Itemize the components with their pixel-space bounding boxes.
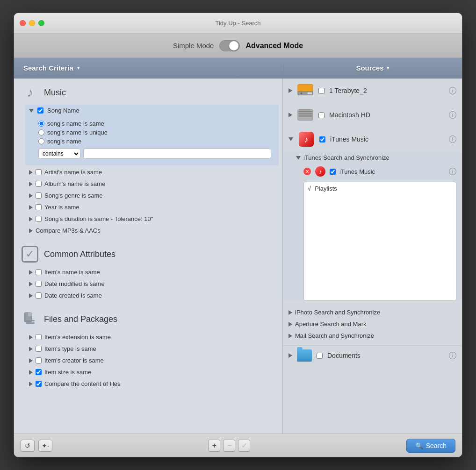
macintosh-icon — [297, 107, 314, 123]
terabyte-name: 1 Terabyte_2 — [329, 87, 444, 94]
documents-checkbox[interactable] — [317, 353, 323, 359]
content-label: Compare the content of files — [44, 380, 121, 387]
undo-button[interactable]: ↺ — [21, 440, 35, 452]
source-terabyte: 1 Terabyte_2 i — [283, 78, 462, 103]
year-checkbox[interactable] — [36, 204, 42, 210]
size-checkbox[interactable] — [36, 369, 42, 375]
itunes-name: iTunes Music — [330, 135, 444, 143]
documents-info-btn[interactable]: i — [449, 352, 456, 359]
mode-toggle[interactable] — [219, 40, 240, 51]
extension-chevron[interactable] — [29, 335, 33, 340]
minimize-button[interactable] — [29, 20, 35, 26]
documents-chevron[interactable] — [288, 353, 292, 358]
genre-label: Song's genre is same — [44, 192, 103, 199]
content-checkbox[interactable] — [36, 381, 42, 387]
song-name-checkbox[interactable] — [37, 107, 43, 114]
documents-icon — [297, 349, 312, 362]
macintosh-info-btn[interactable]: i — [449, 111, 456, 119]
terabyte-info-btn[interactable]: i — [449, 87, 456, 94]
mail-chevron[interactable] — [288, 334, 292, 338]
date-created-chevron[interactable] — [29, 293, 33, 298]
artists-chevron[interactable] — [29, 170, 33, 175]
macintosh-name: Macintosh HD — [329, 111, 444, 119]
content-chevron[interactable] — [29, 382, 33, 386]
svg-rect-9 — [299, 111, 312, 112]
mail-sync-row: Mail Search and Synchronize — [283, 330, 462, 342]
toolbar-left: ↺ ✦· — [21, 440, 52, 452]
itunes-music-sub-info-btn[interactable]: i — [449, 168, 456, 175]
itunes-music-sub-checkbox[interactable] — [330, 169, 336, 175]
search-button[interactable]: 🔍 Search — [406, 439, 455, 453]
song-name-chevron[interactable] — [29, 109, 34, 113]
macintosh-chevron[interactable] — [288, 113, 292, 117]
filter-text-input[interactable] — [83, 149, 271, 159]
duration-chevron[interactable] — [29, 217, 33, 221]
radio-unique-input[interactable] — [38, 129, 44, 135]
itunes-checkbox[interactable] — [319, 136, 325, 142]
svg-text:♪: ♪ — [319, 169, 322, 175]
header-bar: Search Criteria ▾ Sources ▾ — [14, 58, 462, 78]
genre-chevron[interactable] — [29, 193, 33, 198]
check-button[interactable]: ✓ — [238, 440, 250, 452]
aperture-sync-row: Aperture Search and Mark — [283, 318, 462, 330]
genre-checkbox[interactable] — [36, 192, 42, 199]
itunes-source-icon: ♪ — [298, 131, 315, 148]
date-modified-chevron[interactable] — [29, 282, 33, 286]
items-name-chevron[interactable] — [29, 270, 33, 275]
compare-mp3-chevron[interactable] — [29, 228, 33, 233]
albums-name-checkbox[interactable] — [36, 181, 42, 187]
remove-icon: − — [227, 442, 231, 450]
terabyte-icon — [297, 82, 314, 99]
radio-same-input[interactable] — [38, 121, 44, 127]
simple-mode-label: Simple Mode — [173, 42, 214, 50]
date-created-checkbox[interactable] — [36, 292, 42, 299]
playlists-box: √ Playlists — [303, 182, 456, 301]
type-chevron[interactable] — [29, 347, 33, 351]
type-checkbox[interactable] — [36, 346, 42, 352]
size-chevron[interactable] — [29, 370, 33, 375]
source-itunes-group: ♪ iTunes Music i iTunes Search and Synch… — [283, 127, 462, 343]
contains-select[interactable]: contains starts with ends with is — [38, 149, 80, 159]
remove-itunes-btn[interactable]: × — [303, 168, 311, 175]
add-button[interactable]: + — [208, 440, 220, 452]
date-created-label: Date created is same — [44, 292, 102, 299]
radio-name-label: song's name — [47, 138, 81, 145]
size-label: Item size is same — [44, 369, 91, 376]
remove-button[interactable]: − — [223, 440, 235, 452]
radio-unique: song's name is unique — [38, 128, 271, 137]
settings-button[interactable]: ✦· — [38, 440, 52, 452]
terabyte-chevron[interactable] — [288, 88, 292, 93]
extension-checkbox[interactable] — [36, 334, 42, 340]
type-label: Item's type is same — [44, 345, 96, 352]
radio-same: song's name is same — [38, 119, 271, 128]
sources-header: Sources — [356, 64, 383, 72]
close-button[interactable] — [20, 20, 26, 26]
date-created-row: Date created is same — [14, 290, 282, 301]
itunes-sync-header: iTunes Search and Synchronize — [290, 151, 462, 163]
creator-chevron[interactable] — [29, 358, 33, 363]
aperture-chevron[interactable] — [288, 322, 292, 327]
duration-checkbox[interactable] — [36, 216, 42, 222]
items-name-checkbox[interactable] — [36, 269, 42, 275]
mail-sync-label: Mail Search and Synchronize — [295, 332, 374, 339]
creator-checkbox[interactable] — [36, 357, 42, 363]
files-section-header: Files and Packages — [14, 305, 282, 331]
source-documents: Documents i — [283, 345, 462, 365]
items-name-label: Item's name is same — [44, 269, 100, 276]
search-criteria-chevron[interactable]: ▾ — [77, 65, 80, 71]
itunes-chevron[interactable] — [288, 137, 293, 141]
documents-name: Documents — [327, 352, 444, 359]
albums-chevron[interactable] — [29, 182, 33, 186]
bottom-toolbar: ↺ ✦· + − ✓ 🔍 Search — [14, 434, 462, 457]
radio-name-input[interactable] — [38, 138, 44, 144]
terabyte-checkbox[interactable] — [318, 88, 325, 94]
itunes-info-btn[interactable]: i — [449, 135, 456, 143]
date-modified-checkbox[interactable] — [36, 281, 42, 287]
itunes-sync-chevron[interactable] — [296, 156, 301, 160]
macintosh-checkbox[interactable] — [318, 112, 325, 118]
sources-chevron[interactable]: ▾ — [387, 65, 389, 71]
maximize-button[interactable] — [38, 20, 44, 26]
artists-name-checkbox[interactable] — [36, 169, 42, 175]
year-chevron[interactable] — [29, 205, 33, 210]
iphoto-chevron[interactable] — [288, 310, 292, 315]
